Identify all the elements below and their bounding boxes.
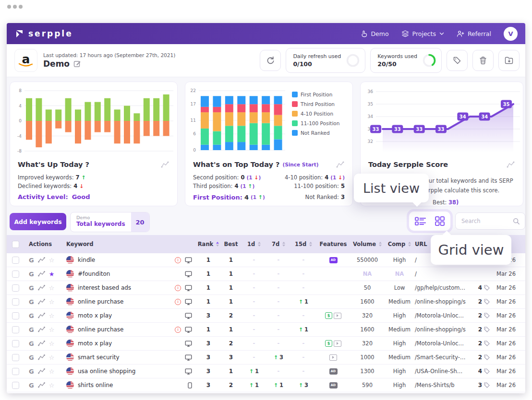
nav-item-referral[interactable]: Referral [457, 30, 491, 37]
keyword-chart-icon[interactable] [38, 327, 45, 332]
archive-button[interactable] [498, 50, 520, 71]
tags-button[interactable] [447, 50, 468, 71]
google-icon[interactable]: G [29, 298, 34, 306]
star-outline-icon[interactable]: ☆ [49, 257, 55, 263]
url-value[interactable]: /online-shopping/s [415, 326, 472, 333]
delete-button[interactable] [472, 50, 494, 71]
keyword-chart-icon[interactable] [38, 382, 45, 388]
chart-line-icon[interactable] [336, 161, 345, 168]
row-checkbox[interactable] [12, 257, 19, 264]
keyword-text[interactable]: moto x play [78, 340, 112, 347]
star-outline-icon[interactable]: ☆ [49, 285, 55, 291]
star-outline-icon[interactable]: ☆ [49, 313, 55, 319]
user-avatar[interactable]: V [504, 27, 518, 41]
sort-icon[interactable] [216, 242, 219, 247]
column-header-rank[interactable]: Rank [197, 241, 220, 247]
google-icon[interactable]: G [29, 257, 34, 264]
row-checkbox[interactable] [12, 284, 19, 292]
search-input[interactable] [460, 217, 513, 225]
google-icon[interactable]: G [29, 284, 34, 292]
star-outline-icon[interactable]: ☆ [49, 327, 55, 333]
info-icon[interactable]: i [175, 285, 181, 291]
column-header-d15[interactable]: 15d [291, 241, 316, 247]
add-keywords-button[interactable]: Add keywords [10, 213, 66, 230]
column-header-d7[interactable]: 7d [266, 241, 291, 247]
row-checkbox[interactable] [12, 298, 19, 306]
star-outline-icon[interactable]: ☆ [49, 354, 55, 361]
keyword-chart-icon[interactable] [38, 271, 45, 277]
google-icon[interactable]: G [29, 326, 34, 333]
keyword-text[interactable]: usa online shopping [78, 368, 135, 375]
sort-icon[interactable] [258, 242, 261, 247]
keyword-chart-icon[interactable] [38, 368, 45, 374]
keyword-text[interactable]: smart security [78, 354, 120, 361]
row-tag-icon[interactable] [484, 299, 490, 305]
row-tag-icon[interactable] [484, 313, 490, 318]
url-value[interactable]: /gp/help/custom… [415, 284, 472, 291]
chart-line-icon[interactable] [161, 161, 169, 168]
grid-view-button[interactable] [435, 216, 445, 226]
keyword-chart-icon[interactable] [38, 354, 45, 360]
keyword-text[interactable]: moto x play [78, 312, 112, 319]
row-checkbox[interactable] [12, 271, 19, 278]
row-checkbox[interactable] [12, 382, 19, 389]
sort-icon[interactable] [408, 242, 411, 247]
row-checkbox[interactable] [12, 312, 19, 319]
url-value[interactable]: /Mens-Shirts/b [415, 382, 472, 388]
star-outline-icon[interactable]: ☆ [49, 299, 55, 305]
row-checkbox[interactable] [12, 326, 19, 333]
sort-icon[interactable] [282, 242, 285, 247]
google-icon[interactable]: G [29, 382, 34, 389]
keyword-chart-icon[interactable] [38, 341, 45, 346]
keyword-text[interactable]: online purchase [78, 326, 124, 333]
sort-icon[interactable] [309, 242, 312, 247]
window-controls[interactable] [7, 5, 23, 9]
url-value[interactable]: /USA-Online-Sh… [415, 368, 472, 375]
row-checkbox[interactable] [12, 340, 19, 347]
select-all-checkbox[interactable] [12, 241, 19, 248]
row-tag-icon[interactable] [484, 382, 490, 388]
google-icon[interactable]: G [29, 354, 34, 361]
url-value[interactable]: /online-shopping/s [415, 298, 472, 305]
star-filled-icon[interactable]: ★ [49, 271, 55, 277]
keyword-text[interactable]: kindle [78, 257, 95, 263]
keyword-chart-icon[interactable] [38, 285, 45, 291]
row-tag-icon[interactable] [484, 354, 490, 360]
nav-item-projects[interactable]: Projects [401, 30, 444, 37]
info-icon[interactable]: i [175, 299, 181, 305]
info-icon[interactable]: i [175, 257, 181, 263]
keyword-chart-icon[interactable] [38, 257, 45, 263]
keyword-text[interactable]: interest based ads [78, 284, 131, 291]
nav-item-demo[interactable]: Demo [361, 30, 388, 37]
chart-line-icon[interactable] [507, 161, 515, 168]
edit-project-icon[interactable] [73, 60, 81, 68]
column-header-volume[interactable]: Volume [351, 241, 384, 247]
row-checkbox[interactable] [12, 368, 19, 375]
row-tag-icon[interactable] [484, 341, 490, 346]
row-checkbox[interactable] [12, 354, 19, 361]
row-tag-icon[interactable] [484, 368, 490, 374]
sort-icon[interactable] [379, 242, 382, 247]
url-value[interactable]: /Motorola-Unloc… [415, 312, 472, 319]
list-view-button[interactable] [415, 217, 426, 225]
url-value[interactable]: / [415, 271, 472, 277]
keyword-chart-icon[interactable] [38, 313, 45, 318]
serpple-logo[interactable]: serpple [14, 29, 73, 38]
url-value[interactable]: /Smart-Security-… [415, 354, 472, 361]
row-tag-icon[interactable] [484, 285, 490, 291]
refresh-button[interactable] [260, 50, 281, 71]
url-value[interactable]: /Motorola-Unloc… [415, 340, 472, 347]
keyword-text[interactable]: online purchase [78, 298, 124, 305]
info-icon[interactable]: i [175, 327, 181, 333]
column-header-comp[interactable]: Comp [384, 241, 415, 247]
google-icon[interactable]: G [29, 368, 34, 375]
row-tag-icon[interactable] [484, 327, 490, 332]
keyword-text[interactable]: shirts online [78, 382, 113, 388]
star-outline-icon[interactable]: ☆ [49, 341, 55, 347]
google-icon[interactable]: G [29, 312, 34, 319]
keyword-text[interactable]: #founditon [78, 271, 110, 277]
google-icon[interactable]: G [29, 340, 34, 347]
column-header-d1[interactable]: 1d [242, 241, 266, 247]
star-outline-icon[interactable]: ☆ [49, 382, 55, 388]
keyword-chart-icon[interactable] [38, 299, 45, 305]
